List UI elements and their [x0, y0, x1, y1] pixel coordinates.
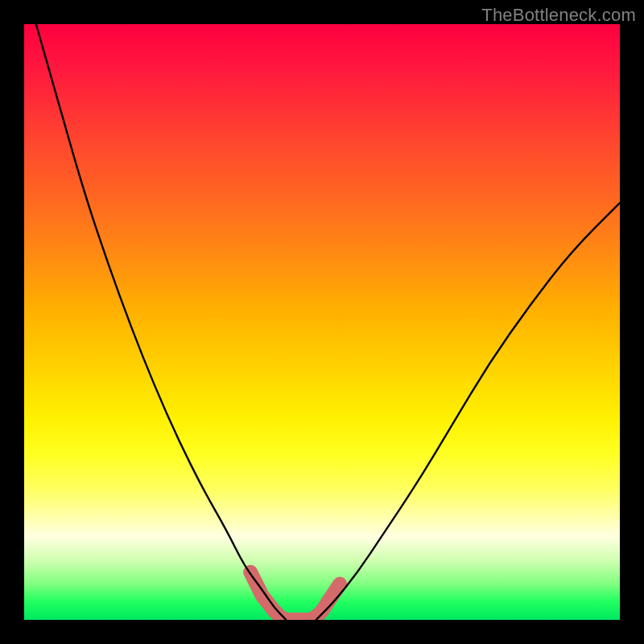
watermark-text: TheBottleneck.com [481, 5, 636, 26]
curve-layer [24, 24, 620, 620]
valley-marker [250, 572, 340, 620]
plot-area [24, 24, 620, 620]
chart-frame: TheBottleneck.com [0, 0, 644, 644]
black-curves [36, 24, 620, 620]
